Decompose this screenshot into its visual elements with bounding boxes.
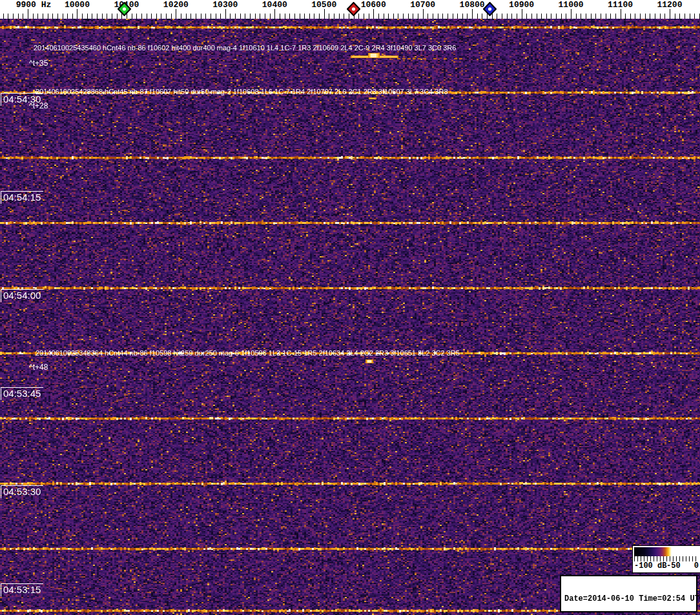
freq-axis-label: 11200 bbox=[657, 0, 682, 10]
freq-tick bbox=[606, 14, 606, 19]
frequency-marker-red-diamond[interactable] bbox=[347, 2, 360, 16]
freq-tick bbox=[67, 14, 68, 19]
freq-tick bbox=[235, 14, 236, 19]
freq-tick bbox=[546, 14, 547, 19]
detection-annotation: 20140610025435460 hCnt46 nb-86 f10602 hi… bbox=[34, 44, 456, 52]
freq-tick bbox=[393, 14, 394, 19]
freq-tick bbox=[625, 14, 626, 19]
freq-tick bbox=[664, 14, 665, 19]
freq-tick bbox=[595, 14, 596, 19]
db-max-label: 0 bbox=[694, 561, 699, 570]
freq-tick bbox=[531, 14, 532, 19]
freq-tick bbox=[136, 14, 137, 19]
frequency-marker-green-diamond[interactable] bbox=[118, 2, 131, 16]
freq-tick bbox=[398, 14, 398, 19]
freq-tick bbox=[581, 14, 581, 19]
freq-tick bbox=[63, 14, 63, 19]
detection-annotation: 20140610025428868 hCnt45 nb-87 f10607 hi… bbox=[36, 88, 448, 96]
freq-tick bbox=[477, 14, 478, 19]
freq-tick bbox=[373, 9, 374, 19]
freq-tick bbox=[240, 14, 241, 19]
freq-tick bbox=[211, 14, 211, 19]
freq-axis-label: 10900 bbox=[509, 0, 534, 10]
freq-tick bbox=[601, 14, 601, 19]
freq-tick bbox=[186, 14, 187, 19]
detection-time-offset: ^t+28 bbox=[29, 101, 48, 110]
freq-tick bbox=[690, 14, 690, 19]
freq-tick bbox=[369, 14, 369, 19]
freq-tick bbox=[670, 9, 670, 19]
freq-tick bbox=[526, 14, 527, 19]
freq-tick bbox=[147, 14, 147, 19]
freq-tick bbox=[190, 14, 191, 19]
freq-tick bbox=[166, 14, 167, 19]
freq-tick bbox=[586, 14, 586, 19]
freq-axis-label: 10500 bbox=[311, 0, 336, 10]
freq-tick bbox=[511, 14, 512, 19]
frequency-scale[interactable]: 9900 Hz100001010010200103001040010500106… bbox=[0, 0, 700, 19]
freq-tick bbox=[630, 14, 631, 19]
freq-tick bbox=[176, 9, 176, 19]
freq-tick bbox=[270, 14, 271, 19]
freq-tick bbox=[482, 14, 482, 19]
time-label: 04:53:45 bbox=[1, 387, 43, 400]
freq-tick bbox=[225, 9, 226, 19]
freq-tick bbox=[161, 14, 161, 19]
freq-tick bbox=[18, 14, 19, 19]
intensity-legend: -100 dB -50 0 bbox=[632, 545, 700, 573]
freq-tick bbox=[502, 14, 502, 19]
time-label: 04:54:15 bbox=[1, 191, 43, 204]
detection-time-offset: ^t+35 bbox=[29, 59, 48, 68]
freq-tick bbox=[151, 14, 152, 19]
freq-tick bbox=[610, 14, 611, 19]
freq-tick bbox=[427, 14, 428, 19]
freq-tick bbox=[205, 14, 206, 19]
freq-tick bbox=[472, 9, 473, 19]
freq-tick bbox=[250, 14, 251, 19]
freq-tick bbox=[314, 14, 314, 19]
freq-tick bbox=[43, 14, 43, 19]
freq-axis-label: 10600 bbox=[361, 0, 386, 10]
freq-tick bbox=[112, 14, 112, 19]
freq-tick bbox=[92, 14, 92, 19]
freq-tick bbox=[265, 14, 265, 19]
freq-tick bbox=[216, 14, 216, 19]
freq-tick bbox=[571, 9, 571, 19]
frequency-marker-blue-diamond[interactable] bbox=[483, 2, 497, 16]
freq-axis-label: 10400 bbox=[262, 0, 287, 10]
freq-tick bbox=[556, 14, 557, 19]
freq-tick bbox=[635, 14, 635, 19]
freq-tick bbox=[52, 14, 53, 19]
freq-tick bbox=[388, 14, 389, 19]
freq-tick bbox=[77, 9, 77, 19]
freq-tick bbox=[457, 14, 458, 19]
freq-tick bbox=[319, 14, 320, 19]
freq-tick bbox=[37, 14, 38, 19]
freq-tick bbox=[561, 14, 562, 19]
freq-tick bbox=[260, 14, 260, 19]
freq-tick bbox=[300, 14, 300, 19]
colorbar-ticks bbox=[634, 556, 699, 561]
freq-tick bbox=[97, 14, 98, 19]
freq-tick bbox=[33, 14, 34, 19]
freq-tick bbox=[28, 9, 28, 19]
freq-tick bbox=[433, 14, 433, 19]
freq-tick bbox=[408, 14, 409, 19]
freq-tick bbox=[72, 14, 73, 19]
freq-tick bbox=[107, 14, 107, 19]
freq-tick bbox=[378, 14, 379, 19]
freq-tick bbox=[640, 14, 641, 19]
freq-tick bbox=[467, 14, 468, 19]
freq-tick bbox=[285, 14, 285, 19]
freq-tick bbox=[403, 14, 404, 19]
freq-tick bbox=[48, 14, 48, 19]
db-min-label: -100 dB bbox=[634, 561, 666, 570]
freq-tick bbox=[507, 14, 508, 19]
freq-tick bbox=[675, 14, 675, 19]
station-info-box: Date=2014-06-10 Time=02:54 UTC Freq=143 … bbox=[560, 575, 697, 612]
freq-tick bbox=[245, 14, 245, 19]
freq-tick bbox=[3, 14, 4, 19]
freq-tick bbox=[650, 14, 650, 19]
freq-tick bbox=[660, 14, 661, 19]
freq-tick bbox=[462, 14, 463, 19]
